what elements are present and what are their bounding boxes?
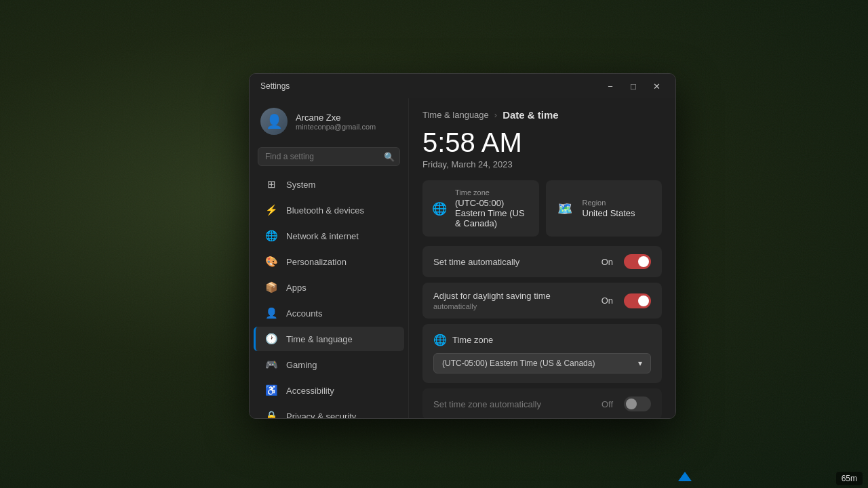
current-time-display: 5:58 AM [422, 127, 662, 158]
bluetooth-icon: ⚡ [264, 203, 278, 217]
set-time-auto-row: Set time automatically On [422, 246, 662, 277]
sidebar: 👤 Arcane Zxe minteconpa@gmail.com 🔍 ⊞ Sy… [250, 98, 409, 418]
sidebar-item-label: Personalization [286, 257, 347, 267]
set-tz-auto-toggle-wrap: Off [601, 396, 651, 411]
triangle-indicator [678, 472, 692, 481]
daylight-saving-row: Adjust for daylight saving time automati… [422, 283, 662, 319]
daylight-saving-toggle[interactable] [624, 293, 651, 308]
chevron-down-icon: ▾ [638, 359, 642, 368]
set-tz-auto-label: Set time zone automatically [433, 399, 541, 409]
avatar: 👤 [260, 108, 288, 135]
sidebar-item-label: Apps [286, 283, 307, 293]
region-card-label: Region [583, 199, 635, 207]
info-cards: 🌐 Time zone (UTC-05:00) Eastern Time (US… [422, 180, 662, 237]
timezone-card: 🌐 Time zone (UTC-05:00) Eastern Time (US… [422, 180, 539, 237]
maximize-button[interactable]: □ [623, 78, 644, 94]
breadcrumb: Time & language › Date & time [422, 109, 662, 121]
window-controls: − □ ✕ [599, 78, 667, 94]
sidebar-item-label: Gaming [286, 360, 317, 370]
set-time-auto-toggle-wrap: On [601, 254, 651, 269]
timezone-section: 🌐 Time zone (UTC-05:00) Eastern Time (US… [422, 324, 662, 383]
gaming-icon: 🎮 [264, 358, 278, 371]
timezone-section-icon: 🌐 [433, 333, 447, 346]
network-icon: 🌐 [264, 229, 278, 243]
timezone-section-title: 🌐 Time zone [433, 333, 651, 346]
sidebar-item-apps[interactable]: 📦 Apps [254, 275, 404, 300]
search-icon: 🔍 [384, 152, 395, 162]
user-info: Arcane Zxe minteconpa@gmail.com [296, 113, 397, 131]
breadcrumb-separator: › [494, 110, 497, 120]
set-tz-auto-row: Set time zone automatically Off [422, 388, 662, 418]
breadcrumb-parent: Time & language [422, 110, 489, 120]
taskbar-time: 65m [836, 472, 863, 485]
set-tz-auto-state: Off [601, 399, 613, 409]
timezone-card-icon: 🌐 [432, 199, 447, 218]
title-bar: Settings − □ ✕ [250, 74, 675, 98]
accounts-icon: 👤 [264, 306, 278, 320]
sidebar-item-time[interactable]: 🕐 Time & language [254, 327, 404, 351]
apps-icon: 📦 [264, 281, 278, 294]
daylight-saving-label: Adjust for daylight saving time [433, 291, 551, 301]
daylight-saving-sublabel: automatically [433, 302, 551, 310]
taskbar: 65m [831, 469, 868, 488]
sidebar-item-label: Network & internet [286, 231, 359, 241]
personalization-icon: 🎨 [264, 255, 278, 268]
sidebar-item-label: Accounts [286, 308, 322, 319]
close-button[interactable]: ✕ [646, 78, 667, 94]
main-content: Time & language › Date & time 5:58 AM Fr… [409, 98, 675, 418]
user-section: 👤 Arcane Zxe minteconpa@gmail.com [250, 98, 408, 144]
region-card-value: United States [583, 208, 635, 218]
sidebar-item-privacy[interactable]: 🔒 Privacy & security [254, 404, 404, 418]
sidebar-item-system[interactable]: ⊞ System [254, 172, 404, 197]
region-card-content: Region United States [583, 199, 635, 218]
timezone-dropdown[interactable]: (UTC-05:00) Eastern Time (US & Canada) ▾ [433, 353, 651, 373]
timezone-card-content: Time zone (UTC-05:00) Eastern Time (US &… [455, 188, 530, 228]
privacy-icon: 🔒 [264, 409, 278, 418]
set-time-auto-toggle[interactable] [624, 254, 651, 269]
breadcrumb-current: Date & time [502, 109, 559, 121]
sidebar-item-personalization[interactable]: 🎨 Personalization [254, 249, 404, 274]
timezone-card-value: (UTC-05:00) Eastern Time (US & Canada) [455, 198, 530, 228]
current-date-display: Friday, March 24, 2023 [422, 159, 662, 169]
daylight-saving-toggle-wrap: On [601, 293, 651, 308]
sidebar-item-label: Privacy & security [286, 411, 356, 419]
daylight-saving-content: Adjust for daylight saving time automati… [433, 291, 551, 310]
minimize-button[interactable]: − [599, 78, 621, 94]
sidebar-item-gaming[interactable]: 🎮 Gaming [254, 352, 404, 377]
sidebar-item-accounts[interactable]: 👤 Accounts [254, 301, 404, 325]
sidebar-item-bluetooth[interactable]: ⚡ Bluetooth & devices [254, 198, 404, 222]
region-card-icon: 🗺️ [555, 199, 574, 218]
set-tz-auto-toggle [624, 396, 651, 411]
sidebar-item-accessibility[interactable]: ♿ Accessibility [254, 378, 404, 403]
settings-window: Settings − □ ✕ 👤 Arcane Zxe minteconpa@g… [249, 73, 676, 419]
timezone-section-label: Time zone [452, 335, 493, 345]
search-input[interactable] [258, 147, 400, 166]
accessibility-icon: ♿ [264, 384, 278, 397]
region-card: 🗺️ Region United States [546, 180, 663, 237]
user-name: Arcane Zxe [296, 113, 397, 123]
user-email: minteconpa@gmail.com [296, 123, 397, 131]
sidebar-item-label: Time & language [286, 334, 353, 344]
system-icon: ⊞ [264, 178, 278, 191]
sidebar-item-label: Bluetooth & devices [286, 205, 364, 216]
set-time-auto-label: Set time automatically [433, 257, 519, 267]
daylight-saving-state: On [601, 296, 613, 306]
window-title: Settings [260, 81, 290, 91]
timezone-dropdown-value: (UTC-05:00) Eastern Time (US & Canada) [442, 359, 595, 368]
window-body: 👤 Arcane Zxe minteconpa@gmail.com 🔍 ⊞ Sy… [250, 98, 675, 418]
sidebar-item-label: Accessibility [286, 386, 334, 396]
sidebar-item-network[interactable]: 🌐 Network & internet [254, 224, 404, 248]
sidebar-item-label: System [286, 180, 315, 190]
set-time-auto-state: On [601, 257, 613, 267]
timezone-card-label: Time zone [455, 188, 530, 197]
search-box: 🔍 [258, 147, 400, 166]
time-icon: 🕐 [264, 332, 278, 346]
